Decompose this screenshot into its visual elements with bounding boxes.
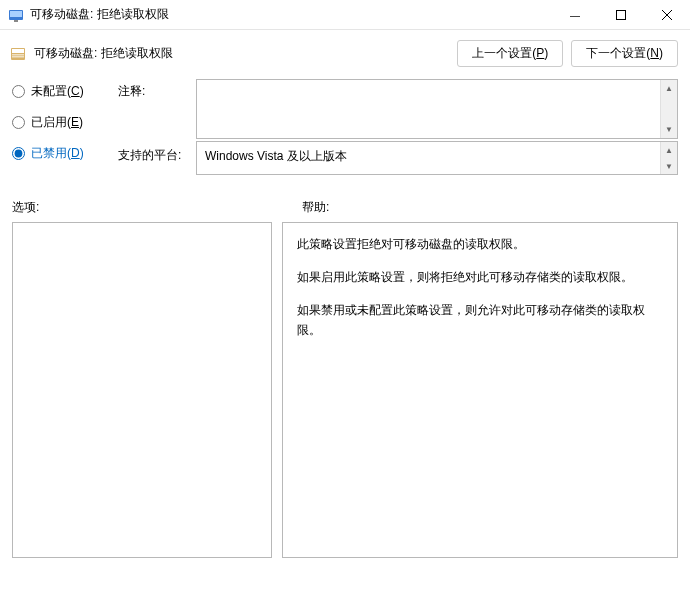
scroll-down-icon[interactable]: ▼ bbox=[661, 121, 677, 138]
policy-title: 可移动磁盘: 拒绝读取权限 bbox=[34, 45, 173, 62]
lower-panels: 此策略设置拒绝对可移动磁盘的读取权限。 如果启用此策略设置，则将拒绝对此可移动存… bbox=[0, 222, 690, 570]
app-icon bbox=[8, 7, 24, 23]
svg-rect-8 bbox=[12, 54, 24, 56]
titlebar: 可移动磁盘: 拒绝读取权限 — bbox=[0, 0, 690, 30]
svg-rect-3 bbox=[617, 11, 626, 20]
radio-not-configured-input[interactable] bbox=[12, 85, 25, 98]
help-paragraph: 如果禁用或未配置此策略设置，则允许对此可移动存储类的读取权限。 bbox=[297, 301, 663, 339]
header-row: 可移动磁盘: 拒绝读取权限 上一个设置(P) 下一个设置(N) bbox=[0, 30, 690, 75]
field-labels: 注释: 支持的平台: bbox=[118, 75, 190, 164]
scroll-up-icon[interactable]: ▲ bbox=[661, 80, 677, 97]
previous-setting-button[interactable]: 上一个设置(P) bbox=[457, 40, 563, 67]
policy-icon bbox=[10, 46, 26, 62]
maximize-button[interactable] bbox=[598, 0, 644, 30]
config-area: 未配置(C) 已启用(E) 已禁用(D) 注释: 支持的平台: ▲ ▼ Wind… bbox=[0, 75, 690, 175]
options-label: 选项: bbox=[12, 199, 302, 216]
supported-platform-value: Windows Vista 及以上版本 bbox=[205, 149, 347, 163]
window-controls: — bbox=[552, 0, 690, 29]
section-labels: 选项: 帮助: bbox=[0, 175, 690, 222]
options-panel bbox=[12, 222, 272, 558]
radio-disabled-input[interactable] bbox=[12, 147, 25, 160]
supported-platform-box: Windows Vista 及以上版本 ▲ ▼ bbox=[196, 141, 678, 175]
comment-scrollbar[interactable]: ▲ ▼ bbox=[660, 80, 677, 138]
svg-rect-7 bbox=[12, 49, 24, 53]
minimize-button[interactable]: — bbox=[552, 0, 598, 30]
svg-rect-2 bbox=[14, 20, 18, 22]
window-title: 可移动磁盘: 拒绝读取权限 bbox=[30, 6, 169, 23]
field-boxes: ▲ ▼ Windows Vista 及以上版本 ▲ ▼ bbox=[196, 75, 678, 175]
radio-not-configured[interactable]: 未配置(C) bbox=[12, 83, 112, 100]
platform-scrollbar[interactable]: ▲ ▼ bbox=[660, 142, 677, 174]
svg-rect-9 bbox=[12, 56, 24, 58]
help-panel: 此策略设置拒绝对可移动磁盘的读取权限。 如果启用此策略设置，则将拒绝对此可移动存… bbox=[282, 222, 678, 558]
scroll-down-icon[interactable]: ▼ bbox=[661, 158, 677, 174]
radio-group: 未配置(C) 已启用(E) 已禁用(D) bbox=[12, 75, 112, 162]
scroll-up-icon[interactable]: ▲ bbox=[661, 142, 677, 158]
help-paragraph: 此策略设置拒绝对可移动磁盘的读取权限。 bbox=[297, 235, 663, 254]
radio-enabled[interactable]: 已启用(E) bbox=[12, 114, 112, 131]
svg-rect-1 bbox=[10, 11, 22, 17]
radio-disabled[interactable]: 已禁用(D) bbox=[12, 145, 112, 162]
next-setting-button[interactable]: 下一个设置(N) bbox=[571, 40, 678, 67]
help-paragraph: 如果启用此策略设置，则将拒绝对此可移动存储类的读取权限。 bbox=[297, 268, 663, 287]
radio-enabled-input[interactable] bbox=[12, 116, 25, 129]
comment-textbox[interactable]: ▲ ▼ bbox=[196, 79, 678, 139]
help-label: 帮助: bbox=[302, 199, 678, 216]
platform-label: 支持的平台: bbox=[118, 147, 190, 164]
close-button[interactable] bbox=[644, 0, 690, 30]
comment-label: 注释: bbox=[118, 81, 190, 147]
